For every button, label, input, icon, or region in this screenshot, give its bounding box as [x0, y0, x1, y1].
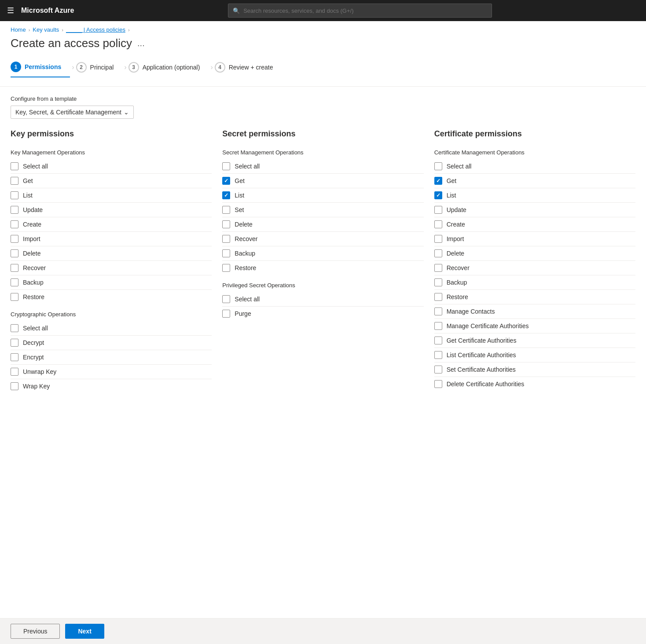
cert-list-ca-checkbox[interactable] [434, 351, 442, 359]
search-input[interactable] [243, 7, 487, 14]
cert-recover[interactable]: Recover [434, 261, 635, 275]
cert-list-ca[interactable]: List Certificate Authorities [434, 348, 635, 362]
secret-recover[interactable]: Recover [222, 232, 423, 246]
cert-recover-checkbox[interactable] [434, 264, 442, 272]
key-update-checkbox[interactable] [11, 206, 18, 214]
cert-list[interactable]: List [434, 188, 635, 203]
page-options-dots[interactable]: ... [137, 38, 145, 48]
key-backup[interactable]: Backup [11, 275, 212, 290]
cert-create[interactable]: Create [434, 217, 635, 232]
cert-get-checkbox[interactable] [434, 177, 442, 185]
cert-backup-checkbox[interactable] [434, 278, 442, 286]
key-create[interactable]: Create [11, 217, 212, 232]
key-delete-checkbox[interactable] [11, 249, 18, 257]
cert-get-ca[interactable]: Get Certificate Authorities [434, 333, 635, 348]
secret-set-checkbox[interactable] [222, 206, 230, 214]
key-crypto-select-all[interactable]: Select all [11, 321, 212, 336]
cert-restore[interactable]: Restore [434, 290, 635, 304]
key-recover[interactable]: Recover [11, 261, 212, 275]
secret-list-checkbox[interactable] [222, 191, 230, 199]
key-backup-checkbox[interactable] [11, 278, 18, 286]
search-bar[interactable]: 🔍 [228, 4, 492, 18]
key-unwrap[interactable]: Unwrap Key [11, 365, 212, 379]
key-recover-checkbox[interactable] [11, 264, 18, 272]
secret-set[interactable]: Set [222, 203, 423, 217]
key-select-all-checkbox[interactable] [11, 162, 18, 170]
secret-get-checkbox[interactable] [222, 177, 230, 185]
breadcrumb-sep-1: › [29, 27, 30, 33]
cert-get-ca-checkbox[interactable] [434, 337, 442, 344]
cert-get[interactable]: Get [434, 174, 635, 188]
wizard-nav: 1 Permissions › 2 Principal › 3 Applicat… [0, 57, 646, 87]
wizard-step-4[interactable]: 4 Review + create [215, 58, 282, 77]
cert-create-label: Create [447, 221, 465, 228]
key-decrypt-checkbox[interactable] [11, 339, 18, 347]
cert-backup[interactable]: Backup [434, 275, 635, 290]
secret-select-all[interactable]: Select all [222, 159, 423, 174]
key-decrypt[interactable]: Decrypt [11, 336, 212, 350]
key-select-all[interactable]: Select all [11, 159, 212, 174]
breadcrumb-access-policies[interactable]: _____ | Access policies [66, 26, 125, 33]
key-list[interactable]: List [11, 188, 212, 203]
key-create-checkbox[interactable] [11, 220, 18, 228]
cert-set-ca[interactable]: Set Certificate Authorities [434, 362, 635, 377]
cert-select-all[interactable]: Select all [434, 159, 635, 174]
wizard-step-2[interactable]: 2 Principal [76, 58, 123, 77]
key-unwrap-checkbox[interactable] [11, 368, 18, 376]
cert-import[interactable]: Import [434, 232, 635, 246]
key-restore-checkbox[interactable] [11, 293, 18, 301]
breadcrumb-home[interactable]: Home [11, 26, 26, 33]
key-backup-label: Backup [23, 279, 44, 286]
cert-delete-ca[interactable]: Delete Certificate Authorities [434, 377, 635, 391]
key-import-label: Import [23, 235, 40, 242]
key-get-checkbox[interactable] [11, 177, 18, 185]
cert-list-checkbox[interactable] [434, 191, 442, 199]
cert-update-checkbox[interactable] [434, 206, 442, 214]
key-delete[interactable]: Delete [11, 246, 212, 261]
cert-create-checkbox[interactable] [434, 220, 442, 228]
key-list-checkbox[interactable] [11, 191, 18, 199]
secret-select-all-checkbox[interactable] [222, 162, 230, 170]
key-update[interactable]: Update [11, 203, 212, 217]
cert-manage-contacts[interactable]: Manage Contacts [434, 304, 635, 319]
cert-delete[interactable]: Delete [434, 246, 635, 261]
hamburger-icon[interactable]: ☰ [7, 6, 14, 15]
secret-recover-checkbox[interactable] [222, 235, 230, 243]
key-import-checkbox[interactable] [11, 235, 18, 243]
cert-delete-checkbox[interactable] [434, 249, 442, 257]
cert-select-all-checkbox[interactable] [434, 162, 442, 170]
cert-delete-ca-checkbox[interactable] [434, 380, 442, 388]
cert-import-checkbox[interactable] [434, 235, 442, 243]
key-import[interactable]: Import [11, 232, 212, 246]
secret-restore[interactable]: Restore [222, 261, 423, 275]
cert-manage-ca-checkbox[interactable] [434, 322, 442, 330]
secret-get[interactable]: Get [222, 174, 423, 188]
cert-manage-ca[interactable]: Manage Certificate Authorities [434, 319, 635, 333]
secret-purge[interactable]: Purge [222, 307, 423, 321]
wizard-step-3[interactable]: 3 Application (optional) [128, 58, 209, 77]
key-crypto-select-all-checkbox[interactable] [11, 324, 18, 332]
key-encrypt-checkbox[interactable] [11, 353, 18, 361]
cert-restore-checkbox[interactable] [434, 293, 442, 301]
breadcrumb-keyvaults[interactable]: Key vaults [33, 26, 59, 33]
cert-management-list: Select all Get List Update Create [434, 159, 635, 391]
key-wrap[interactable]: Wrap Key [11, 379, 212, 393]
secret-priv-select-all[interactable]: Select all [222, 292, 423, 307]
template-dropdown[interactable]: Key, Secret, & Certificate Management ⌄ [11, 106, 134, 119]
key-restore[interactable]: Restore [11, 290, 212, 304]
secret-list[interactable]: List [222, 188, 423, 203]
secret-priv-select-all-checkbox[interactable] [222, 295, 230, 303]
key-encrypt[interactable]: Encrypt [11, 350, 212, 365]
key-get[interactable]: Get [11, 174, 212, 188]
wizard-step-1[interactable]: 1 Permissions [11, 57, 70, 77]
cert-manage-contacts-checkbox[interactable] [434, 307, 442, 315]
cert-update[interactable]: Update [434, 203, 635, 217]
secret-delete-checkbox[interactable] [222, 220, 230, 228]
secret-restore-checkbox[interactable] [222, 264, 230, 272]
cert-set-ca-checkbox[interactable] [434, 366, 442, 373]
key-wrap-checkbox[interactable] [11, 382, 18, 390]
secret-purge-checkbox[interactable] [222, 310, 230, 318]
secret-delete[interactable]: Delete [222, 217, 423, 232]
secret-backup-checkbox[interactable] [222, 249, 230, 257]
secret-backup[interactable]: Backup [222, 246, 423, 261]
